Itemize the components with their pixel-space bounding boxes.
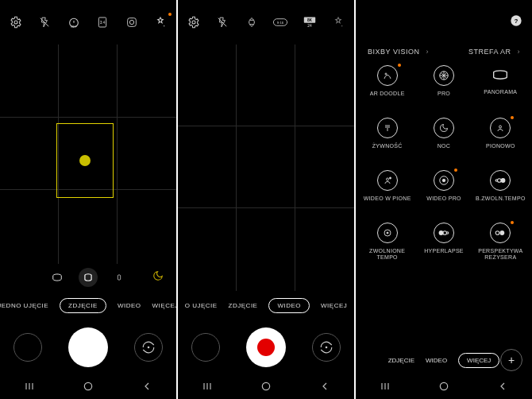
mode-single-take[interactable]: O UJĘCIE: [185, 302, 218, 309]
mode-ar-doodle[interactable]: AR DOODLE: [359, 65, 415, 113]
night-mode-icon[interactable]: [152, 270, 164, 285]
gallery-thumbnail[interactable]: [191, 333, 220, 362]
mode-pro-video[interactable]: WIDEO PRO: [415, 170, 472, 218]
svg-point-33: [499, 126, 502, 128]
svg-point-24: [326, 347, 328, 348]
mode-photo[interactable]: ZDJĘCIE: [388, 357, 414, 364]
svg-point-14: [192, 21, 195, 24]
svg-point-0: [14, 21, 17, 24]
timer-off-icon[interactable]: OFF: [66, 14, 82, 30]
nav-recent-icon[interactable]: [379, 380, 391, 395]
mode-photo[interactable]: ZDJĘCIE: [229, 302, 258, 309]
nav-home-icon[interactable]: [260, 380, 272, 395]
mode-selector[interactable]: JEDNO UJĘCIE ZDJĘCIE WIDEO WIĘCEJ: [0, 291, 176, 320]
super-steady-icon[interactable]: [244, 14, 260, 30]
svg-point-7: [129, 20, 133, 24]
mode-video[interactable]: WIDEO: [118, 302, 141, 309]
nav-back-icon[interactable]: [141, 380, 153, 395]
svg-text:24: 24: [307, 24, 312, 28]
ar-zone-label: STREFA AR: [468, 48, 511, 56]
svg-point-28: [262, 382, 269, 389]
svg-text:9:16: 9:16: [277, 21, 284, 25]
camera-screen-video: 9:16 8K24 O UJĘCIE ZDJĘCIE WIDEO WIĘCEJ: [178, 0, 354, 399]
shutter-row: [0, 320, 176, 375]
settings-icon[interactable]: [186, 14, 202, 30]
add-mode-button[interactable]: +: [500, 349, 522, 371]
viewfinder[interactable]: [0, 45, 176, 264]
help-icon[interactable]: ?: [510, 14, 522, 30]
nav-home-icon[interactable]: [82, 380, 94, 395]
gallery-thumbnail[interactable]: [13, 333, 42, 362]
svg-point-40: [495, 180, 497, 181]
svg-text:3:4: 3:4: [100, 21, 106, 25]
viewfinder[interactable]: [178, 45, 354, 291]
svg-point-13: [84, 382, 91, 389]
mode-food[interactable]: ŻYWNOŚĆ: [359, 118, 415, 165]
ar-zone-link[interactable]: STREFA AR ›: [468, 48, 520, 56]
switch-camera-icon[interactable]: [312, 333, 341, 362]
mode-pro[interactable]: PRO: [415, 65, 472, 113]
zoom-wide-icon[interactable]: [79, 268, 98, 287]
camera-screen-more: ? BIXBY VISION › STREFA AR › AR DOODLE P…: [356, 0, 532, 399]
mode-night[interactable]: NOC: [415, 118, 472, 165]
camera-screen-photo: OFF 3:4: [0, 0, 176, 399]
mode-headers: BIXBY VISION › STREFA AR ›: [356, 45, 532, 65]
mode-photo[interactable]: ZDJĘCIE: [60, 298, 106, 313]
filters-icon[interactable]: [152, 14, 168, 30]
resolution-8k-icon[interactable]: 8K24: [302, 14, 318, 30]
bixby-vision-link[interactable]: BIXBY VISION ›: [368, 48, 429, 56]
mode-selector[interactable]: O UJĘCIE ZDJĘCIE WIDEO WIĘCEJ: [178, 291, 354, 320]
mode-panorama[interactable]: PANORAMA: [472, 65, 529, 113]
svg-point-45: [446, 232, 448, 234]
mode-hyperlapse[interactable]: HYPERLAPSE: [415, 223, 472, 270]
svg-text:8K: 8K: [306, 18, 312, 22]
mode-super-slowmo[interactable]: B.ZWOLN.TEMPO: [472, 170, 529, 218]
svg-point-42: [387, 232, 388, 234]
nav-recent-icon[interactable]: [23, 380, 36, 395]
settings-icon[interactable]: [8, 14, 24, 30]
top-icon-row: OFF 3:4: [0, 0, 176, 45]
mode-portrait[interactable]: PIONOWO: [472, 118, 529, 165]
svg-point-35: [389, 177, 391, 179]
mode-directors-view[interactable]: PERSPEKTYWA REŻYSERA: [472, 223, 529, 270]
svg-point-39: [498, 179, 502, 183]
nav-back-icon[interactable]: [496, 380, 509, 395]
ratio-916-icon[interactable]: 9:16: [272, 14, 288, 30]
mode-single-take[interactable]: JEDNO UJĘCIE: [0, 302, 48, 309]
shutter-row: [178, 320, 354, 375]
svg-point-37: [442, 179, 445, 182]
motion-photo-icon[interactable]: [124, 14, 140, 30]
mode-more[interactable]: WIĘCEJ: [458, 353, 499, 368]
mode-video[interactable]: WIDEO: [268, 298, 310, 313]
mode-more[interactable]: WIĘCEJ: [152, 302, 176, 309]
svg-text:OFF: OFF: [71, 25, 78, 29]
zoom-row: [0, 264, 176, 291]
mode-portrait-video[interactable]: WIDEO W PIONE: [359, 170, 415, 218]
nav-bar: [356, 375, 532, 399]
nav-recent-icon[interactable]: [201, 380, 214, 395]
svg-point-47: [495, 231, 499, 235]
ratio-34-icon[interactable]: 3:4: [94, 14, 110, 30]
record-button[interactable]: [246, 327, 286, 367]
flash-off-icon[interactable]: [214, 14, 230, 30]
nav-home-icon[interactable]: [438, 380, 450, 395]
shutter-button[interactable]: [68, 327, 108, 367]
svg-point-23: [341, 25, 342, 26]
mode-slowmo[interactable]: ZWOLNIONE TEMPO: [359, 223, 415, 270]
switch-camera-icon[interactable]: [134, 333, 163, 362]
svg-point-9: [148, 347, 150, 348]
flash-off-icon[interactable]: [37, 14, 52, 30]
svg-point-31: [385, 73, 387, 75]
focus-point-icon: [79, 155, 91, 166]
top-row: ?: [356, 0, 532, 45]
filters-icon[interactable]: [330, 14, 346, 30]
mode-grid: AR DOODLE PRO PANORAMA ŻYWNOŚĆ NOC PIONO…: [356, 65, 532, 345]
top-icon-row: 9:16 8K24: [178, 0, 354, 45]
zoom-ultrawide-icon[interactable]: [50, 270, 64, 285]
mode-selector[interactable]: ZDJĘCIE WIDEO WIĘCEJ +: [356, 345, 532, 375]
nav-back-icon[interactable]: [318, 380, 331, 395]
mode-more[interactable]: WIĘCEJ: [321, 302, 347, 309]
zoom-tele-icon[interactable]: [112, 270, 126, 285]
bixby-vision-label: BIXBY VISION: [368, 48, 419, 56]
mode-video[interactable]: WIDEO: [426, 357, 447, 364]
